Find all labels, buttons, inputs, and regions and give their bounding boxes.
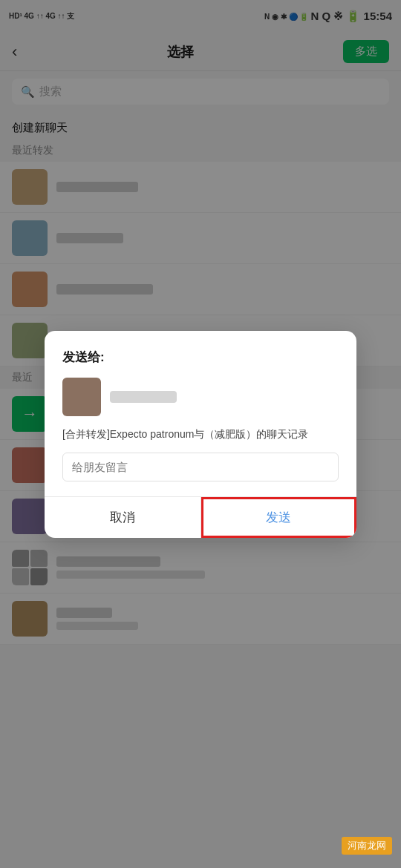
- send-button[interactable]: 发送: [201, 497, 357, 538]
- watermark: 河南龙网: [342, 837, 392, 855]
- send-dialog: 发送给: [合并转发]Expecto patronum与（减肥版）的聊天记录 取…: [45, 331, 356, 538]
- modal-overlay: 发送给: [合并转发]Expecto patronum与（减肥版）的聊天记录 取…: [0, 0, 401, 868]
- dialog-message-preview: [合并转发]Expecto patronum与（减肥版）的聊天记录: [62, 427, 339, 442]
- dialog-recipient-name: [110, 391, 177, 403]
- dialog-message-input[interactable]: [62, 453, 339, 481]
- dialog-recipient: [62, 378, 339, 416]
- cancel-button[interactable]: 取消: [45, 497, 200, 538]
- dialog-actions: 取消 发送: [45, 496, 356, 538]
- dialog-avatar: [62, 378, 101, 416]
- dialog-title: 发送给:: [62, 349, 339, 366]
